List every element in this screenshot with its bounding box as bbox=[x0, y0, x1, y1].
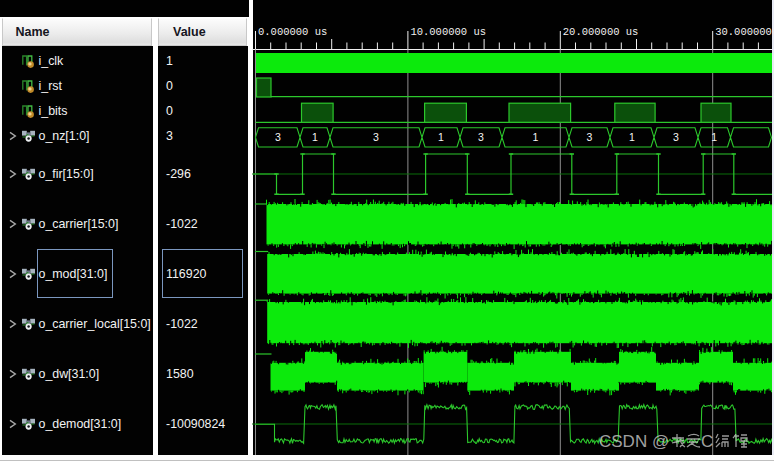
svg-text:C: C bbox=[701, 433, 713, 451]
svg-text:1: 1 bbox=[438, 131, 444, 143]
svg-text:1: 1 bbox=[711, 131, 717, 143]
svg-text:1: 1 bbox=[533, 131, 539, 143]
svg-text:3: 3 bbox=[373, 131, 379, 143]
svg-text:1: 1 bbox=[629, 131, 635, 143]
svg-text:3: 3 bbox=[275, 131, 281, 143]
svg-text:1: 1 bbox=[312, 131, 318, 143]
svg-text:30.000000 us: 30.000000 us bbox=[715, 26, 774, 38]
svg-text:0.000000 us: 0.000000 us bbox=[258, 26, 327, 38]
svg-text:3: 3 bbox=[673, 131, 679, 143]
svg-text:3: 3 bbox=[478, 131, 484, 143]
svg-text:3: 3 bbox=[587, 131, 593, 143]
svg-text:10.000000 us: 10.000000 us bbox=[410, 26, 486, 38]
svg-text:CSDN @: CSDN @ bbox=[599, 433, 669, 451]
svg-text:20.000000 us: 20.000000 us bbox=[563, 26, 639, 38]
